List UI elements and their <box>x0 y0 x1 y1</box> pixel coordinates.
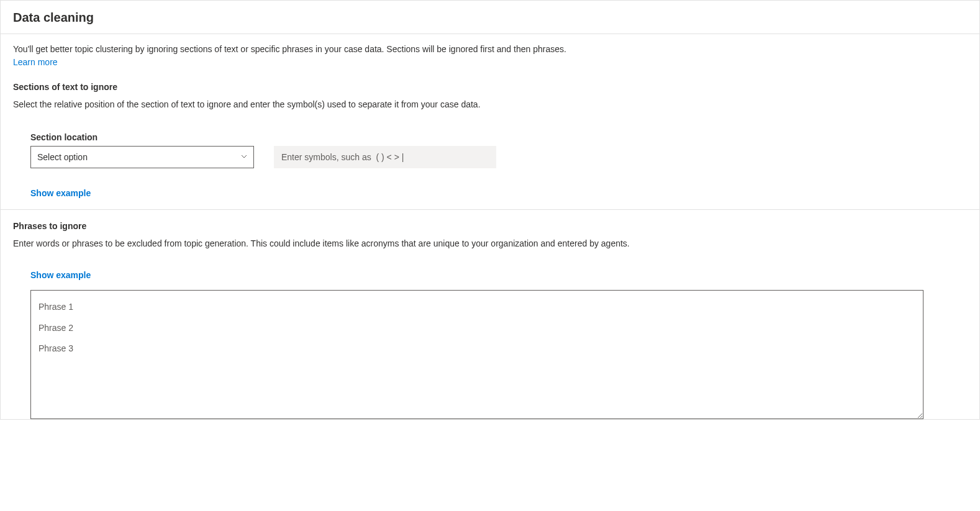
phrases-textarea[interactable] <box>30 290 923 419</box>
sections-subtext: Select the relative position of the sect… <box>13 98 967 111</box>
section-location-select-wrapper: Select option <box>30 146 254 168</box>
phrases-show-example-link[interactable]: Show example <box>30 270 91 280</box>
section-location-label: Section location <box>30 132 967 142</box>
phrases-form-area: Show example <box>13 260 967 290</box>
sections-form-area: Section location Select option Show exam… <box>13 132 967 209</box>
sections-heading: Sections of text to ignore <box>13 82 967 92</box>
learn-more-link[interactable]: Learn more <box>13 57 58 67</box>
panel-header: Data cleaning <box>1 1 979 34</box>
intro-description: You'll get better topic clustering by ig… <box>13 43 967 56</box>
sections-form-row: Select option <box>30 146 967 168</box>
phrases-subtext: Enter words or phrases to be excluded fr… <box>13 237 733 250</box>
data-cleaning-panel: Data cleaning You'll get better topic cl… <box>0 0 980 420</box>
page-title: Data cleaning <box>13 11 967 25</box>
sections-show-example-link[interactable]: Show example <box>30 188 91 198</box>
panel-body: You'll get better topic clustering by ig… <box>1 34 979 209</box>
phrases-heading: Phrases to ignore <box>13 221 967 231</box>
symbols-input[interactable] <box>274 146 496 168</box>
section-location-select[interactable]: Select option <box>30 146 254 168</box>
phrases-section: Phrases to ignore Enter words or phrases… <box>1 210 979 419</box>
